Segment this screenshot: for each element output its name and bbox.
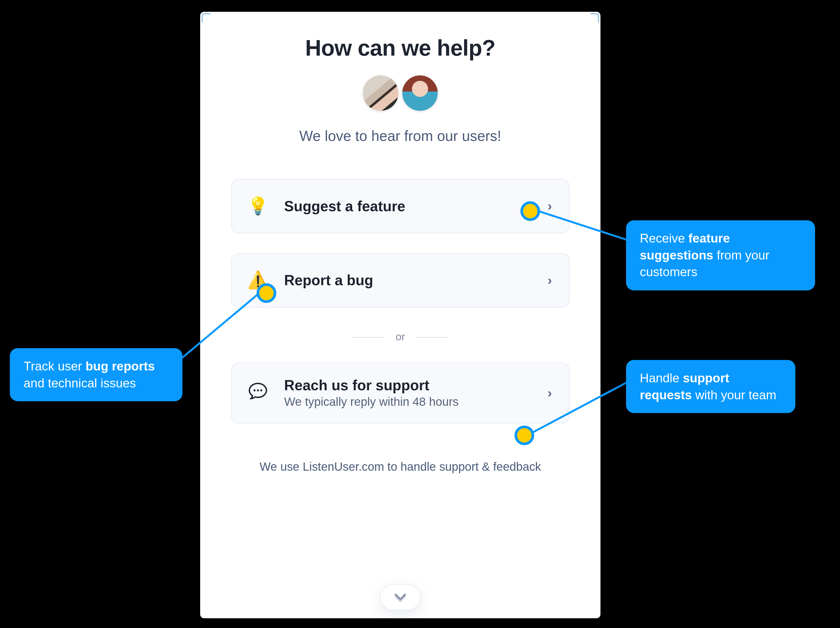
annotation-marker [515,425,534,445]
option-title: Reach us for support [284,377,548,394]
divider-line [352,337,384,337]
widget-subtitle: We love to hear from our users! [299,128,501,145]
callout-text-pre: Receive [640,231,688,246]
option-title: Suggest a feature [284,198,548,215]
widget-title: How can we help? [305,35,496,61]
svg-point-0 [254,389,256,391]
svg-point-2 [260,389,262,391]
or-divider: or [352,331,448,343]
callout-text-pre: Handle [640,371,683,385]
callout-support: Handle support requests with your team [626,360,795,413]
or-label: or [396,331,405,343]
suggest-feature-card[interactable]: 💡 Suggest a feature › [231,179,570,233]
callout-feature: Receive feature suggestions from your cu… [626,220,815,290]
annotation-marker [257,283,276,303]
chevron-right-icon: › [548,199,552,214]
callout-text-bold: bug reports [86,359,155,373]
corner-decoration [590,13,599,22]
footer-note: We use ListenUser.com to handle support … [259,460,541,474]
option-title: Report a bug [284,272,548,289]
divider-line [417,337,448,337]
reach-support-card[interactable]: Reach us for support We typically reply … [231,362,570,423]
lightbulb-icon: 💡 [246,196,270,216]
option-subtitle: We typically reply within 48 hours [284,395,548,409]
team-avatars [363,76,438,111]
scroll-down-button[interactable] [380,584,420,611]
avatar [363,76,398,111]
callout-text-pre: Track user [24,359,86,373]
help-widget: How can we help? We love to hear from ou… [200,12,600,619]
svg-point-1 [257,389,259,391]
corner-decoration [202,13,211,22]
callout-bug: Track user bug reports and technical iss… [10,348,183,401]
avatar [402,76,437,111]
callout-text-post: with your team [692,388,777,402]
chat-bubble-icon [246,382,270,404]
chevron-down-icon [394,592,407,603]
report-bug-card[interactable]: ⚠️ Report a bug › [231,253,570,307]
chevron-right-icon: › [548,273,552,288]
chevron-right-icon: › [548,386,552,400]
options-list: 💡 Suggest a feature › ⚠️ Report a bug › … [231,179,570,423]
callout-text-post: and technical issues [24,376,136,390]
annotation-marker [520,201,540,221]
